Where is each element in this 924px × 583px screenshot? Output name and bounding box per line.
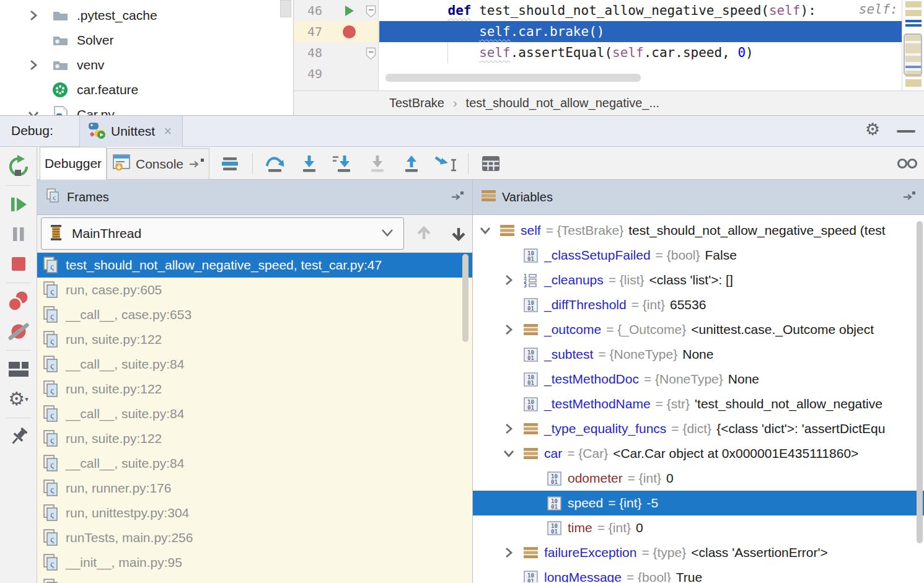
variable-row-_testMethodName[interactable]: 1001_testMethodName= {str}'test_should_n… (473, 392, 924, 416)
variable-row-_cleanups[interactable]: 123_cleanups= {list}<class 'list'>: [] (473, 268, 924, 292)
hide-panel-icon[interactable] (902, 190, 917, 204)
variable-row-_classSetupFailed[interactable]: 1001_classSetupFailed= {bool}False (473, 243, 924, 268)
previous-frame-button[interactable] (410, 220, 438, 247)
code-editor[interactable]: 46474849 def test_should_not_allow_negat… (294, 0, 924, 90)
variable-row-_type_equality_funcs[interactable]: _type_equality_funcs= {dict}{<class 'dic… (473, 416, 924, 441)
stack-frame-row[interactable]: ςrun, unittestpy.py:304 (37, 501, 472, 525)
stop-button[interactable] (5, 250, 32, 278)
fold-marker-icon[interactable] (366, 5, 377, 20)
stack-frame-row[interactable]: ς (37, 575, 472, 583)
tree-item-car-feature[interactable]: car.feature (0, 77, 293, 102)
gutter-line-49[interactable]: 49 (294, 63, 378, 84)
breadcrumb-class[interactable]: TestBrake (389, 96, 444, 110)
stack-frame-row[interactable]: ςrun, runner.py:176 (37, 476, 472, 501)
force-step-into-button[interactable] (332, 151, 355, 176)
stack-frame-row[interactable]: ςrun, suite.py:122 (37, 327, 472, 352)
run-config-tab-unittest[interactable]: Unittest × (79, 116, 183, 147)
frames-scrollbar[interactable] (462, 254, 469, 342)
chevron-right-icon[interactable] (503, 323, 524, 336)
variable-row-failureException[interactable]: failureException= {type}<class 'Assertio… (473, 540, 924, 565)
glasses-icon[interactable] (895, 152, 920, 174)
variables-scrollbar[interactable] (917, 221, 923, 543)
variable-row-self[interactable]: self= {TestBrake}test_should_not_allow_n… (473, 218, 924, 243)
stack-frame-row[interactable]: ςrunTests, main.py:256 (37, 525, 472, 550)
stripe-mark[interactable] (905, 10, 922, 16)
stripe-mark[interactable] (905, 1, 922, 7)
variable-row-time[interactable]: 1001time= {int}0 (473, 515, 924, 540)
stack-frame-row[interactable]: ς__call__, suite.py:84 (37, 352, 472, 377)
gutter-line-46[interactable]: 46 (294, 0, 378, 21)
variable-row-car[interactable]: car= {Car}<Car.Car object at 0x000001E43… (473, 441, 924, 466)
settings-button[interactable]: ⚙▾ (5, 385, 32, 413)
variable-row-longMessage[interactable]: 1001longMessage= {bool}True (473, 565, 924, 582)
next-frame-button[interactable] (445, 220, 472, 247)
run-to-cursor-button[interactable] (434, 151, 457, 176)
tree-item-label: car.feature (77, 82, 138, 97)
tree-item-venv[interactable]: venv (0, 53, 293, 77)
resume-button[interactable] (5, 191, 32, 218)
run-test-icon[interactable] (335, 4, 363, 17)
thread-selector[interactable]: MainThread (41, 217, 404, 250)
stack-frame-row[interactable]: ςrun, suite.py:122 (37, 426, 472, 451)
pin-button[interactable] (5, 423, 32, 450)
gear-icon[interactable]: ⚙ (865, 120, 880, 139)
step-out-button[interactable] (400, 151, 423, 176)
fold-marker-icon[interactable] (366, 47, 377, 63)
variable-row-_outcome[interactable]: _outcome= {_Outcome}<unittest.case._Outc… (473, 317, 924, 342)
code-line[interactable]: def test_should_not_allow_negative_speed… (379, 0, 902, 21)
chevron-right-icon[interactable] (27, 9, 43, 22)
gutter-line-48[interactable]: 48 (294, 42, 378, 63)
stack-frame-row[interactable]: ς__init__, main.py:95 (37, 550, 472, 575)
variable-name: _subtest (544, 347, 593, 362)
horizontal-scrollbar[interactable] (385, 74, 641, 82)
code-line[interactable]: self.assertEqual(self.car.speed, 0) (379, 42, 902, 63)
chevron-down-icon[interactable] (479, 224, 500, 237)
variable-row-odometer[interactable]: 1001odometer= {int}0 (473, 466, 924, 491)
evaluate-expression-button[interactable] (479, 151, 503, 176)
tree-item--pytest_cache[interactable]: .pytest_cache (0, 3, 293, 28)
minimize-icon[interactable] (897, 130, 915, 133)
tree-item-solver[interactable]: Solver (0, 28, 293, 53)
chevron-right-icon[interactable] (503, 546, 524, 559)
mute-breakpoints-button[interactable] (5, 318, 32, 345)
stack-frame-row[interactable]: ςtest_should_not_allow_negative_speed, t… (37, 253, 472, 278)
step-into-button[interactable] (297, 151, 321, 176)
variable-row-_diffThreshold[interactable]: 1001_diffThreshold= {int}65536 (473, 292, 924, 317)
variable-row-_testMethodDoc[interactable]: 1001_testMethodDoc= {NoneType}None (473, 367, 924, 392)
gutter-line-47[interactable]: 47 (294, 21, 378, 42)
breakpoint-icon[interactable] (335, 25, 363, 39)
stripe-mark[interactable] (905, 20, 922, 22)
stack-frame-row[interactable]: ς__call__, case.py:653 (37, 302, 472, 327)
hide-panel-icon[interactable] (450, 190, 465, 204)
stripe-mark[interactable] (905, 24, 922, 27)
error-stripe[interactable] (902, 0, 924, 90)
rerun-button[interactable] (5, 153, 32, 180)
editor-gutter[interactable]: 46474849 (294, 0, 379, 90)
variable-row-_subtest[interactable]: 1001_subtest= {NoneType}None (473, 342, 924, 367)
stack-frame-row[interactable]: ς__call__, suite.py:84 (37, 401, 472, 426)
chevron-down-icon[interactable] (27, 108, 43, 115)
editor-scrollbar-thumb[interactable] (904, 33, 922, 76)
breadcrumb-method[interactable]: test_should_not_allow_negative_... (466, 96, 659, 110)
chevron-right-icon[interactable] (27, 59, 43, 71)
stack-frame-row[interactable]: ςrun, suite.py:122 (37, 377, 472, 401)
stripe-mark[interactable] (905, 79, 922, 87)
restore-layout-button[interactable] (5, 356, 32, 383)
variable-row-speed[interactable]: 1001speed= {int}-5 (473, 491, 924, 515)
project-tree-scrollbar[interactable] (280, 0, 291, 17)
code-area[interactable]: def test_should_not_allow_negative_speed… (379, 0, 902, 90)
tab-debugger[interactable]: Debugger (40, 147, 107, 180)
show-execution-point-button[interactable] (218, 151, 242, 176)
execution-line[interactable]: self.car.brake() (379, 21, 902, 42)
step-over-button[interactable] (263, 151, 287, 176)
chevron-right-icon[interactable] (503, 423, 524, 435)
chevron-down-icon[interactable] (503, 447, 524, 460)
tree-item-car-py[interactable]: Car.py (0, 102, 293, 115)
stack-frame-icon: ς (42, 454, 61, 473)
stack-frame-row[interactable]: ς__call__, suite.py:84 (37, 451, 472, 476)
close-icon[interactable]: × (164, 123, 172, 139)
view-breakpoints-button[interactable] (5, 288, 32, 315)
chevron-right-icon[interactable] (503, 274, 524, 286)
tab-console[interactable]: Console (107, 148, 209, 180)
stack-frame-row[interactable]: ςrun, case.py:605 (37, 278, 472, 302)
